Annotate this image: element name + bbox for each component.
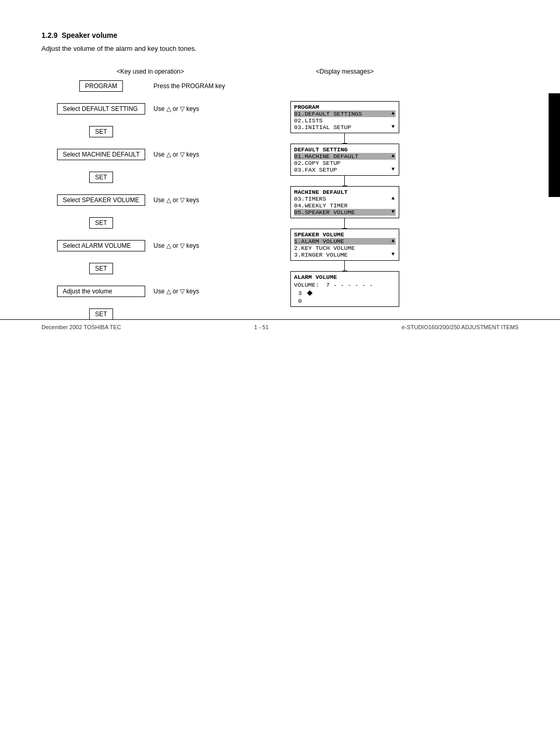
- section-title: 1.2.9 Speaker volume: [41, 31, 519, 39]
- display-panels: PROGRAM 01.DEFAULT SETTINGS ▲ 02.LISTS 0…: [290, 80, 399, 307]
- scroll-up-4: ▲: [391, 238, 395, 244]
- panel2-item2: 02.COPY SETUP: [294, 160, 396, 166]
- panel2-item1: 01.MACHINE DEFAULT ▲: [294, 153, 396, 160]
- step2-instruction: Use △ or ▽ keys: [153, 105, 199, 112]
- scroll-down-3: ▼: [391, 209, 395, 215]
- display-panel-4: SPEAKER VOLUME 1.ALARM VOLUME ▲ 2.KEY TU…: [290, 229, 399, 261]
- right-tab: [549, 93, 560, 197]
- step2-row: Select DEFAULT SETTING Use △ or ▽ keys: [41, 103, 259, 115]
- scroll-down-2: ▼: [391, 166, 395, 172]
- adjust-volume-box: Adjust the volume: [57, 286, 145, 297]
- panel4-title: SPEAKER VOLUME: [294, 231, 396, 238]
- panel4-item2: 2.KEY TUCH VOLUME: [294, 245, 396, 251]
- intro-text: Adjust the volume of the alarm and key t…: [41, 45, 519, 52]
- footer: December 2002 TOSHIBA TEC 1 - 51 e-STUDI…: [0, 319, 560, 330]
- scroll-up-3: ▲: [391, 195, 395, 201]
- panel5-label: VOLUME: 7 - - - - - - 3 ◆ 0: [294, 281, 373, 304]
- default-setting-box: Select DEFAULT SETTING: [57, 103, 145, 115]
- step4-row: Select SPEAKER VOLUME Use △ or ▽ keys: [41, 194, 259, 206]
- scroll-down-4: ▼: [391, 251, 395, 257]
- panel2-title: DEFAULT SETTING: [294, 146, 396, 153]
- panel1-title: PROGRAM: [294, 104, 396, 110]
- panel5-scale-min: 0: [298, 298, 373, 304]
- set4-box: SET: [89, 263, 113, 274]
- scroll-up-2: ▲: [391, 153, 395, 159]
- step1-instruction: Press the PROGRAM key: [153, 82, 225, 90]
- machine-default-box: Select MACHINE DEFAULT: [57, 149, 145, 160]
- display-panel-5: ALARM VOLUME VOLUME: 7 - - - - - - 3 ◆ 0: [290, 271, 399, 307]
- set4-row: SET: [41, 263, 259, 274]
- step6-row: Adjust the volume Use △ or ▽ keys: [41, 286, 259, 297]
- diagram-area: PROGRAM Press the PROGRAM key Select DEF…: [41, 80, 519, 320]
- step3-row: Select MACHINE DEFAULT Use △ or ▽ keys: [41, 149, 259, 160]
- panel2-item3: 03.FAX SETUP ▼: [294, 166, 396, 173]
- panel1-item3: 03.INITIAL SETUP ▼: [294, 124, 396, 131]
- display-panel-2: DEFAULT SETTING 01.MACHINE DEFAULT ▲ 02.…: [290, 144, 399, 176]
- step5-instruction: Use △ or ▽ keys: [153, 242, 199, 249]
- set3-row: SET: [41, 217, 259, 229]
- panel3-item1: 03.TIMERS ▲: [294, 195, 396, 202]
- program-box: PROGRAM: [79, 80, 123, 92]
- display-panel-3: MACHINE DEFAULT 03.TIMERS ▲ 04.WEEKLY TI…: [290, 186, 399, 218]
- set2-box: SET: [89, 172, 113, 183]
- panel1-item1: 01.DEFAULT SETTINGS ▲: [294, 110, 396, 117]
- panel5-arrow-indicator: ◆: [307, 288, 313, 298]
- alarm-volume-box: Select ALARM VOLUME: [57, 240, 145, 251]
- panel-arrow-1: [344, 133, 345, 144]
- set5-box: SET: [89, 308, 113, 320]
- set1-row: SET: [41, 126, 259, 137]
- display-messages-label: <Display messages>: [290, 68, 399, 75]
- panel5-title: ALARM VOLUME: [294, 274, 396, 280]
- step3-instruction: Use △ or ▽ keys: [153, 151, 199, 158]
- panel4-item1: 1.ALARM VOLUME ▲: [294, 238, 396, 245]
- set3-box: SET: [89, 217, 113, 229]
- panel3-item2: 04.WEEKLY TIMER: [294, 202, 396, 209]
- flow-chart: PROGRAM Press the PROGRAM key Select DEF…: [41, 80, 259, 320]
- panel-arrow-3: [344, 218, 345, 229]
- panel4-item3: 3.RINGER VOLUME ▼: [294, 251, 396, 258]
- footer-left: December 2002 TOSHIBA TEC: [41, 324, 121, 330]
- scroll-up-1: ▲: [391, 110, 395, 116]
- step5-row: Select ALARM VOLUME Use △ or ▽ keys: [41, 240, 259, 251]
- section-number: 1.2.9: [41, 31, 58, 39]
- header-labels: <Key used in operation> <Display message…: [41, 68, 519, 75]
- set2-row: SET: [41, 172, 259, 183]
- panel3-title: MACHINE DEFAULT: [294, 189, 396, 195]
- panel3-item3: 05.SPEAKER VOLUME ▼: [294, 209, 396, 216]
- panel5-value: 3: [298, 290, 302, 297]
- step1-row: PROGRAM Press the PROGRAM key: [41, 80, 259, 92]
- display-panel-1: PROGRAM 01.DEFAULT SETTINGS ▲ 02.LISTS 0…: [290, 101, 399, 133]
- step6-instruction: Use △ or ▽ keys: [153, 288, 199, 295]
- page: 1.2.9 Speaker volume Adjust the volume o…: [0, 0, 560, 351]
- panel1-item2: 02.LISTS: [294, 117, 396, 124]
- footer-center: 1 - 51: [254, 324, 269, 330]
- section-heading: Speaker volume: [62, 31, 117, 39]
- footer-right: e-STUDIO160/200/250 ADJUSTMENT ITEMS: [402, 324, 519, 330]
- panel-arrow-2: [344, 176, 345, 186]
- scroll-down-1: ▼: [391, 124, 395, 130]
- set1-box: SET: [89, 126, 113, 137]
- step4-instruction: Use △ or ▽ keys: [153, 196, 199, 204]
- set5-row: SET: [41, 308, 259, 320]
- speaker-volume-box: Select SPEAKER VOLUME: [57, 194, 145, 206]
- key-used-label: <Key used in operation>: [41, 68, 259, 75]
- panel-arrow-4: [344, 261, 345, 271]
